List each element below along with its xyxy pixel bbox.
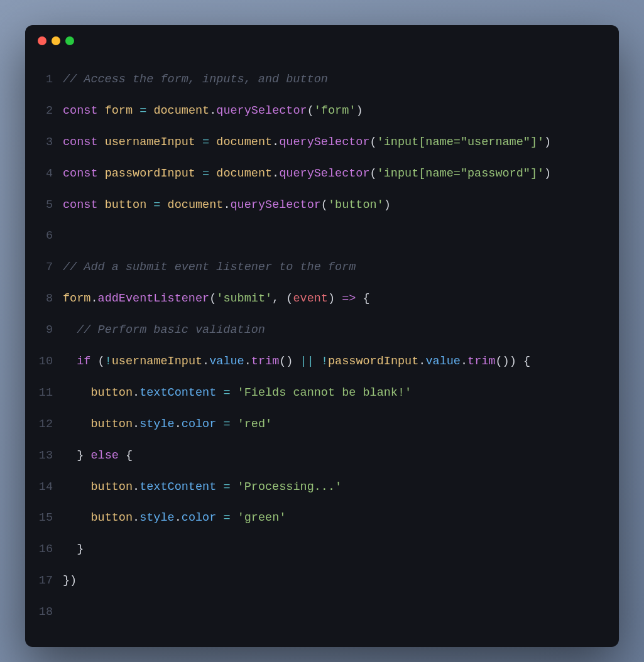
code-content: }): [63, 573, 77, 589]
line-number: 12: [38, 416, 63, 433]
code-line: 1// Access the form, inputs, and button: [38, 64, 606, 95]
line-number: 17: [38, 573, 63, 589]
code-content: const usernameInput = document.querySele…: [63, 134, 551, 151]
code-content: button.textContent = 'Fields cannot be b…: [63, 385, 412, 401]
code-line: 12 button.style.color = 'red': [38, 409, 606, 440]
code-content: [63, 604, 70, 621]
code-content: form.addEventListener('submit', (event) …: [63, 291, 370, 307]
maximize-icon[interactable]: [65, 36, 74, 45]
code-content: if (!usernameInput.value.trim() || !pass…: [63, 354, 530, 370]
code-window: 1// Access the form, inputs, and button2…: [25, 25, 619, 647]
line-number: 3: [38, 134, 63, 151]
minimize-icon[interactable]: [52, 36, 60, 45]
code-content: // Access the form, inputs, and button: [63, 72, 328, 88]
code-line: 7// Add a submit event listener to the f…: [38, 252, 606, 283]
window-titlebar: [25, 25, 619, 52]
line-number: 16: [38, 541, 63, 558]
line-number: 10: [38, 354, 63, 370]
code-line: 16 }: [38, 534, 606, 565]
code-line: 8form.addEventListener('submit', (event)…: [38, 283, 606, 315]
code-content: [63, 228, 70, 244]
code-line: 6: [38, 220, 606, 252]
code-line: 15 button.style.color = 'green': [38, 502, 606, 534]
close-icon[interactable]: [38, 36, 46, 45]
code-content: const button = document.querySelector('b…: [63, 197, 391, 214]
code-content: const passwordInput = document.querySele…: [63, 166, 551, 182]
code-line: 4const passwordInput = document.querySel…: [38, 158, 606, 190]
code-line: 10 if (!usernameInput.value.trim() || !p…: [38, 346, 606, 377]
code-content: } else {: [63, 448, 133, 464]
code-line: 14 button.textContent = 'Processing...': [38, 472, 606, 503]
code-content: // Add a submit event listener to the fo…: [63, 259, 356, 276]
line-number: 8: [38, 291, 63, 307]
line-number: 15: [38, 510, 63, 526]
code-line: 2const form = document.querySelector('fo…: [38, 95, 606, 127]
line-number: 6: [38, 228, 63, 244]
code-content: button.style.color = 'red': [63, 416, 272, 433]
line-number: 4: [38, 166, 63, 182]
code-line: 5const button = document.querySelector('…: [38, 190, 606, 221]
line-number: 7: [38, 259, 63, 276]
line-number: 13: [38, 448, 63, 464]
line-number: 11: [38, 385, 63, 401]
line-number: 9: [38, 322, 63, 339]
code-content: button.style.color = 'green': [63, 510, 286, 526]
code-line: 3const usernameInput = document.querySel…: [38, 127, 606, 158]
line-number: 18: [38, 604, 63, 621]
code-line: 9 // Perform basic validation: [38, 315, 606, 346]
code-line: 18: [38, 597, 606, 628]
line-number: 1: [38, 72, 63, 88]
code-line: 11 button.textContent = 'Fields cannot b…: [38, 377, 606, 409]
code-content: }: [63, 541, 84, 558]
code-editor[interactable]: 1// Access the form, inputs, and button2…: [25, 52, 619, 647]
code-line: 13 } else {: [38, 440, 606, 472]
code-content: button.textContent = 'Processing...': [63, 479, 342, 496]
code-content: // Perform basic validation: [63, 322, 265, 339]
line-number: 5: [38, 197, 63, 214]
line-number: 2: [38, 103, 63, 119]
code-content: const form = document.querySelector('for…: [63, 103, 363, 119]
line-number: 14: [38, 479, 63, 496]
code-line: 17}): [38, 565, 606, 597]
